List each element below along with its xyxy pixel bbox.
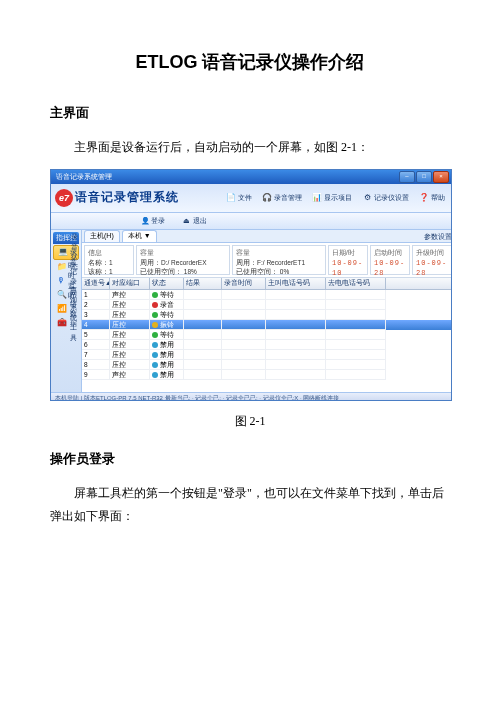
exit-icon: ⏏ xyxy=(183,217,191,225)
file-icon: 📄 xyxy=(226,193,236,203)
table-row[interactable]: 1声控等待 xyxy=(82,290,452,300)
section-operator-login: 操作员登录 xyxy=(50,450,450,468)
sidebar: 指挥控制 💻录音状态 📁录音记录 🎙即时监听 🔍查询 📶网络数据 🧰系统工具 xyxy=(51,230,82,392)
table-row[interactable]: 4压控振铃 xyxy=(82,320,452,330)
status-dot-icon xyxy=(152,292,158,298)
figure-caption: 图 2-1 xyxy=(50,413,450,430)
app-screenshot: 语音记录系统管理 – □ × e7 语音记录管理系统 📄文件 🎧录音管理 📊显示… xyxy=(50,169,452,401)
search-icon: 🔍 xyxy=(57,290,67,300)
info-capacity-1: 容量 周用：D:/ RecorderEX 已使用空间： 18% xyxy=(136,245,230,275)
table-row[interactable]: 7压控禁用 xyxy=(82,350,452,360)
channel-grid: 通道号▲ 对应端口 状态 结果 录音时间 主叫电话号码 去电电话号码 1声控等待… xyxy=(82,278,452,392)
info-upgrade-time: 升级时间 10-09-28 21:35:21 xyxy=(412,245,452,275)
gear-icon: ⚙ xyxy=(362,193,372,203)
body-text-2: 屏幕工具栏的第一个按钮是"登录"，也可以在文件菜单下找到，单击后弹出如下界面： xyxy=(50,482,450,528)
close-button[interactable]: × xyxy=(433,171,449,183)
col-status[interactable]: 状态 xyxy=(150,278,184,289)
login-button[interactable]: 👤登录 xyxy=(141,216,165,226)
display-icon: 📊 xyxy=(312,193,322,203)
grid-header: 通道号▲ 对应端口 状态 结果 录音时间 主叫电话号码 去电电话号码 xyxy=(82,278,452,290)
status-dot-icon xyxy=(152,372,158,378)
table-row[interactable]: 5压控等待 xyxy=(82,330,452,340)
tab-right-link[interactable]: 参数设置 xyxy=(424,232,452,242)
doc-title: ETLOG 语音记录仪操作介绍 xyxy=(50,50,450,74)
main-panel: 主机(H) 本机 ▼ 参数设置 信息 名称：1 该称：1 容量 周用：D:/ R… xyxy=(82,230,452,392)
menu-record[interactable]: 🎧录音管理 xyxy=(262,193,302,203)
maximize-button[interactable]: □ xyxy=(416,171,432,183)
status-dot-icon xyxy=(152,332,158,338)
info-band: 信息 名称：1 该称：1 容量 周用：D:/ RecorderEX 已使用空间：… xyxy=(82,243,452,278)
status-dot-icon xyxy=(152,342,158,348)
info-datetime: 日期/时 10-09-10 09:18:03 xyxy=(328,245,368,275)
table-row[interactable]: 9声控禁用 xyxy=(82,370,452,380)
col-callee[interactable]: 去电电话号码 xyxy=(326,278,386,289)
col-port[interactable]: 对应端口 xyxy=(110,278,150,289)
col-channel[interactable]: 通道号▲ xyxy=(82,278,110,289)
tab-host[interactable]: 主机(H) xyxy=(84,230,120,242)
tab-local[interactable]: 本机 ▼ xyxy=(122,230,157,242)
sidebar-item-tools[interactable]: 🧰系统工具 xyxy=(53,317,79,330)
section-main-ui: 主界面 xyxy=(50,104,450,122)
toolbar: 👤登录 ⏏退出 xyxy=(51,213,451,230)
col-caller[interactable]: 主叫电话号码 xyxy=(266,278,326,289)
col-result[interactable]: 结果 xyxy=(184,278,222,289)
app-banner: e7 语音记录管理系统 📄文件 🎧录音管理 📊显示项目 ⚙记录仪设置 ❓帮助 xyxy=(51,184,451,213)
login-icon: 👤 xyxy=(141,217,149,225)
menu-help[interactable]: ❓帮助 xyxy=(419,193,445,203)
exit-button[interactable]: ⏏退出 xyxy=(183,216,207,226)
menu-file[interactable]: 📄文件 xyxy=(226,193,252,203)
tools-icon: 🧰 xyxy=(57,318,67,328)
table-row[interactable]: 3压控等待 xyxy=(82,310,452,320)
record-icon: 🎧 xyxy=(262,193,272,203)
status-dot-icon xyxy=(152,352,158,358)
window-titlebar: 语音记录系统管理 – □ × xyxy=(51,170,451,184)
menu-display[interactable]: 📊显示项目 xyxy=(312,193,352,203)
window-controls: – □ × xyxy=(399,171,449,183)
records-icon: 📁 xyxy=(57,262,67,272)
status-dot-icon xyxy=(152,362,158,368)
info-start-time: 启动时间 10-09-28 21:02:56 xyxy=(370,245,410,275)
menu-settings[interactable]: ⚙记录仪设置 xyxy=(362,193,409,203)
tab-bar: 主机(H) 本机 ▼ 参数设置 xyxy=(82,230,452,243)
logo-area: e7 语音记录管理系统 xyxy=(51,189,179,207)
table-row[interactable]: 6压控禁用 xyxy=(82,340,452,350)
table-row[interactable]: 2压控录音 xyxy=(82,300,452,310)
info-basic: 信息 名称：1 该称：1 xyxy=(84,245,134,275)
intro-text-1: 主界面是设备运行后，自动启动的一个屏幕，如图 2-1： xyxy=(50,136,450,159)
monitor-icon: 🎙 xyxy=(57,276,65,286)
screen-icon: 💻 xyxy=(58,247,68,257)
window-title: 语音记录系统管理 xyxy=(53,172,112,182)
status-dot-icon xyxy=(152,302,158,308)
info-capacity-2: 容量 周用：F:/ RecorderET1 已使用空间： 0% xyxy=(232,245,326,275)
logo-icon: e7 xyxy=(55,189,73,207)
main-menu: 📄文件 🎧录音管理 📊显示项目 ⚙记录仪设置 ❓帮助 xyxy=(226,193,451,203)
minimize-button[interactable]: – xyxy=(399,171,415,183)
help-icon: ❓ xyxy=(419,193,429,203)
status-dot-icon xyxy=(152,322,158,328)
logo-text: 语音记录管理系统 xyxy=(75,189,179,206)
network-icon: 📶 xyxy=(57,304,67,314)
status-dot-icon xyxy=(152,312,158,318)
table-row[interactable]: 8压控禁用 xyxy=(82,360,452,370)
col-rectime[interactable]: 录音时间 xyxy=(222,278,266,289)
status-bar: 本机登陆 | 版本ETLOG-PR 7.5 NET-R32 最新当已: · 记录… xyxy=(51,392,451,401)
